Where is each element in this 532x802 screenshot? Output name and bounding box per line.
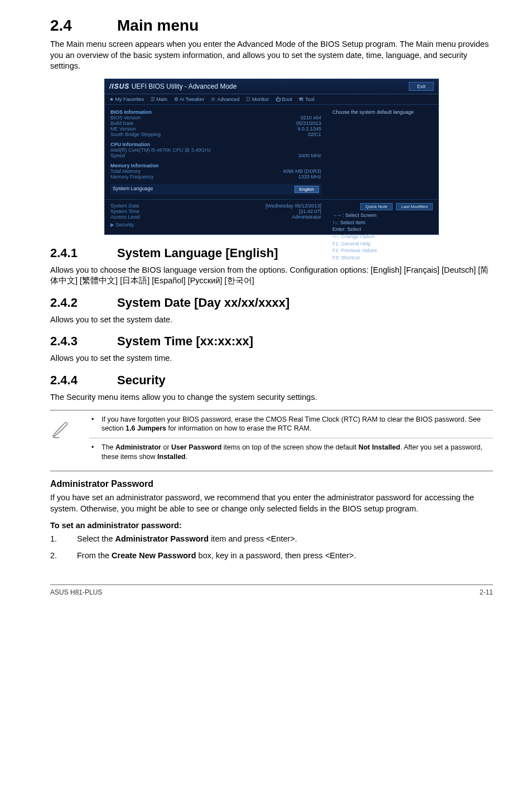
footer-right: 2-11 [480, 588, 493, 596]
sub-num: 2.4.2 [50, 296, 117, 310]
section-number: 2.4 [50, 17, 117, 35]
subsection-244-body: The Security menu items allow you to cha… [50, 392, 493, 403]
admin-password-heading: Administrator Password [50, 479, 493, 489]
sub-num: 2.4.3 [50, 334, 117, 349]
step1-part1: Select the [77, 534, 115, 543]
note2-part3: items on top of the screen show the defa… [221, 443, 358, 451]
note2-bold3: Not Installed [359, 443, 400, 451]
system-language-label: System Language [113, 186, 153, 193]
help-line: →←: Select Screen [332, 212, 433, 219]
step-1: Select the Administrator Password item a… [50, 534, 493, 551]
step1-part2: item and press <Enter>. [209, 534, 297, 543]
bios-exit-button[interactable]: Exit [409, 82, 434, 91]
note1-part2: for information on how to erase the RTC … [166, 424, 311, 432]
subsection-241-body: Allows you to choose the BIOS language v… [50, 265, 493, 287]
bios-row-val: 0210 x64 [301, 115, 321, 120]
help-line: +/-: Change Option [332, 233, 433, 240]
memory-info-header: Memory Information [110, 163, 321, 168]
note-item-1: If you have forgotten your BIOS password… [89, 415, 493, 439]
bios-titlebar: /ISUS UEFI BIOS Utility - Advanced Mode … [105, 79, 438, 94]
admin-toset-label: To set an administrator password: [50, 521, 493, 530]
step2-part2: box, key in a password, then press <Ente… [196, 551, 356, 560]
subsection-243-body: Allows you to set the system time. [50, 353, 493, 364]
bios-tabs: ★ My Favorites ☰ Main ⚙ Ai Tweaker ⛭ Adv… [105, 94, 438, 105]
bios-row-val: 02/C1 [308, 132, 321, 137]
bios-bottom-left: System Date[Wednesday 06/12/2013] System… [105, 200, 327, 265]
access-level-label: Access Level [110, 214, 140, 220]
section-intro: The Main menu screen appears when you en… [50, 39, 493, 72]
system-date-label: System Date [110, 203, 139, 209]
help-line: F2: Previous Values [332, 247, 433, 254]
subsection-243: 2.4.3System Time [xx:xx:xx] [50, 334, 493, 349]
bios-row-val: 1333 MHz [298, 174, 321, 180]
bios-brand: /ISUS [109, 83, 129, 90]
footer-left: ASUS H81-PLUS [50, 588, 102, 596]
note2-bold1: Administrator [115, 443, 161, 451]
bios-row-key: Speed [110, 153, 125, 158]
section-heading: 2.4Main menu [50, 17, 493, 35]
page-footer: ASUS H81-PLUS 2-11 [50, 584, 493, 596]
tab-boot[interactable]: ⏻ Boot [275, 96, 292, 102]
bios-screenshot: /ISUS UEFI BIOS Utility - Advanced Mode … [104, 79, 439, 235]
tab-main[interactable]: ☰ Main [151, 96, 167, 102]
bios-help-panel: Quick Note Last Modified →←: Select Scre… [327, 200, 438, 265]
step-2: From the Create New Password box, key in… [50, 551, 493, 568]
last-modified-button[interactable]: Last Modified [396, 203, 433, 210]
help-line: ↑↓: Select Item [332, 219, 433, 226]
bios-row-key: Total Memory [110, 168, 141, 174]
bios-hint-text: Choose the system default language [332, 109, 433, 115]
help-line: Enter: Select [332, 226, 433, 233]
admin-password-body: If you have set an administrator passwor… [50, 492, 493, 514]
system-date-value[interactable]: [Wednesday 06/12/2013] [265, 203, 321, 209]
note2-bold4: Installed [157, 453, 186, 461]
note2-bold2: User Password [171, 443, 221, 451]
bios-row-val: 3400 MHz [298, 153, 321, 158]
bios-info-header: BIOS Information [110, 109, 321, 115]
bios-row-key: Intel(R) Core(TM) i5-4670K CPU @ 3.40GHz [110, 147, 211, 153]
sub-title: System Date [Day xx/xx/xxxx] [117, 296, 289, 310]
help-line: F3: Shortcut [332, 254, 433, 262]
note-icon [50, 415, 78, 442]
bios-row-key: Memory Frequency [110, 174, 154, 180]
bios-row-val: 9.0.2.1345 [297, 126, 321, 132]
cpu-info-header: CPU Information [110, 142, 321, 147]
bios-row-val: 05/31/2013 [296, 120, 321, 126]
note1-bold: 1.6 Jumpers [125, 424, 166, 432]
tab-tool[interactable]: 🛠 Tool [299, 96, 315, 102]
sub-num: 2.4.4 [50, 373, 117, 388]
subsection-242-body: Allows you to set the system date. [50, 315, 493, 326]
subsection-242: 2.4.2System Date [Day xx/xx/xxxx] [50, 296, 493, 310]
section-title-text: Main menu [117, 17, 199, 34]
tab-favorites[interactable]: ★ My Favorites [109, 96, 144, 102]
step2-part1: From the [77, 551, 112, 560]
help-line: F1: General Help [332, 240, 433, 248]
bios-row-val: 4096 MB (DDR3) [283, 168, 321, 174]
bios-row-key: BIOS Version [110, 115, 141, 120]
bios-row-key: South Bridge Stepping [110, 132, 161, 137]
tab-ai-tweaker[interactable]: ⚙ Ai Tweaker [174, 96, 204, 102]
tab-monitor[interactable]: ☷ Monitor [246, 96, 269, 102]
tab-advanced[interactable]: ⛭ Advanced [211, 96, 239, 102]
system-time-value[interactable]: [21:42:07] [299, 209, 321, 214]
bios-row-key: Build Date [110, 120, 134, 126]
note-box: If you have forgotten your BIOS password… [50, 410, 493, 472]
sub-title: System Time [xx:xx:xx] [117, 334, 253, 348]
bios-row-key: ME Version [110, 126, 136, 132]
security-menu-item[interactable]: ▶ Security [110, 222, 134, 228]
step1-bold: Administrator Password [115, 534, 209, 543]
note-item-2: The Administrator or User Password items… [89, 443, 493, 462]
sub-title: Security [117, 373, 166, 387]
access-level-value: Administrator [292, 214, 321, 220]
note2-part5: . [186, 453, 187, 461]
bios-right-panel: Choose the system default language [327, 105, 438, 199]
system-language-value[interactable]: English [294, 186, 319, 193]
bios-exit-label: Exit [417, 84, 425, 89]
subsection-244: 2.4.4Security [50, 373, 493, 388]
note2-part1: The [101, 443, 115, 451]
step2-bold: Create New Password [112, 551, 196, 560]
bios-title: UEFI BIOS Utility - Advanced Mode [129, 83, 236, 90]
note2-part2: or [161, 443, 171, 451]
system-language-row[interactable]: System Language English [110, 184, 321, 195]
bios-left-panel: BIOS Information BIOS Version0210 x64 Bu… [105, 105, 327, 199]
quick-note-button[interactable]: Quick Note [360, 203, 393, 210]
